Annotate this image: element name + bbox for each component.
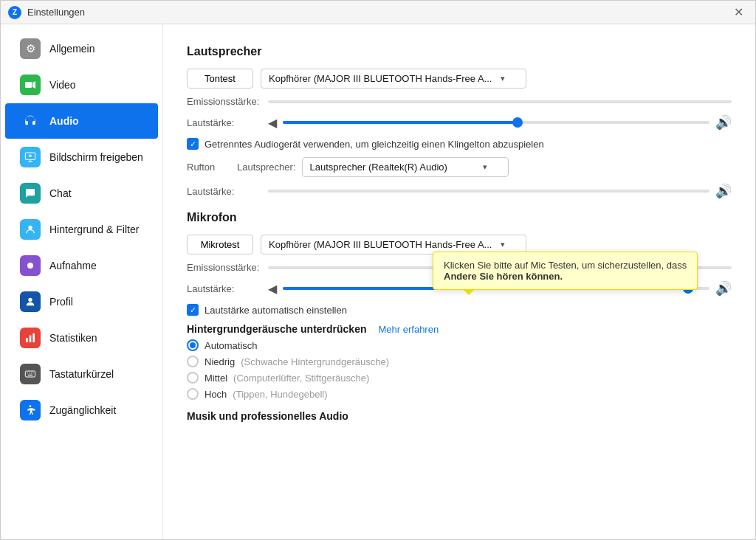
keyboard-icon	[20, 364, 41, 384]
radio-hoch-btn[interactable]	[187, 388, 199, 400]
video-icon	[20, 75, 41, 95]
radio-mittel-sublabel: (Computerlüfter, Stiftgeräusche)	[233, 373, 369, 384]
rufton-label: Rufton	[187, 162, 231, 173]
svg-rect-9	[32, 333, 35, 342]
app-icon: Z	[8, 6, 21, 19]
stats-icon	[20, 328, 41, 348]
rufton-lautstaerke-row: Lautstärke: 🔊	[187, 183, 732, 199]
lautsprecher-emission-row: Emissionsstärke:	[187, 96, 732, 107]
lautsprecher-dropdown[interactable]: Kopfhörer (MAJOR III BLUETOOTH Hands-Fre…	[261, 69, 526, 89]
tooltip-line1: Klicken Sie bitte auf Mic Testen, um sic…	[444, 260, 687, 271]
close-button[interactable]: ✕	[729, 4, 748, 21]
radio-mittel-btn[interactable]	[187, 372, 199, 384]
hintergrund-title-row: Hintergrundgeräusche unterdrücken Mehr e…	[187, 323, 732, 335]
background-icon	[20, 219, 41, 240]
auto-lautstaerke-checkbox[interactable]: ✓	[187, 304, 199, 316]
sidebar-item-audio[interactable]: Audio	[5, 103, 158, 139]
sidebar-label-hintergrund: Hintergrund & Filter	[49, 224, 139, 235]
sidebar-label-audio: Audio	[49, 115, 79, 127]
main-content: Lautsprecher Tontest Kopfhörer (MAJOR II…	[163, 24, 755, 539]
rufton-dropdown-value: Lautsprecher (Realtek(R) Audio)	[310, 162, 478, 173]
radio-automatisch-label: Automatisch	[205, 340, 258, 351]
sidebar-item-hintergrund[interactable]: Hintergrund & Filter	[5, 212, 158, 247]
settings-window: Z Einstellungen ✕ ⚙ Allgemein Video	[0, 0, 756, 540]
rufton-slider-track[interactable]	[268, 190, 709, 193]
window-title: Einstellungen	[27, 7, 85, 18]
volume-high-icon: 🔊	[715, 114, 732, 131]
svg-rect-7	[26, 338, 28, 342]
mikrofon-chevron-icon: ▾	[501, 240, 505, 249]
chat-icon	[20, 183, 41, 204]
radio-mittel-label: Mittel	[205, 373, 227, 384]
lautsprecher-slider-track[interactable]	[283, 121, 709, 124]
mikrofon-emission-label: Emissionsstärke:	[187, 262, 261, 273]
klingelton-checkbox[interactable]: ✓	[187, 138, 199, 150]
sidebar-item-chat[interactable]: Chat	[5, 176, 158, 211]
sidebar-label-profil: Profil	[49, 296, 73, 308]
sidebar-label-video: Video	[49, 79, 76, 91]
mehr-erfahren-link[interactable]: Mehr erfahren	[379, 324, 439, 335]
svg-point-5	[27, 263, 33, 269]
sidebar-label-allgemein: Allgemein	[49, 43, 94, 55]
lautsprecher-lautstaerke-row: Lautstärke: ◀ 🔊	[187, 114, 732, 131]
sidebar-label-chat: Chat	[49, 187, 72, 199]
sidebar-item-aufnahme[interactable]: Aufnahme	[5, 248, 158, 283]
rufton-lautsprecher-label: Lautsprecher:	[237, 162, 296, 173]
sidebar-item-statistiken[interactable]: Statistiken	[5, 320, 158, 356]
mikrofon-lautstaerke-label: Lautstärke:	[187, 283, 261, 294]
volume-low-icon: ◀	[268, 116, 277, 130]
svg-marker-3	[28, 154, 32, 156]
svg-rect-8	[30, 336, 32, 342]
mikrofon-volume-high-icon: 🔊	[715, 280, 732, 297]
svg-marker-1	[32, 81, 35, 89]
sidebar-item-allgemein[interactable]: ⚙ Allgemein	[5, 31, 158, 66]
mikrotest-button[interactable]: Mikrotest	[187, 235, 253, 255]
rufton-section: Rufton Lautsprecher: Lautsprecher (Realt…	[187, 157, 732, 177]
radio-automatisch[interactable]: Automatisch	[187, 339, 732, 351]
mikrofon-volume-low-icon: ◀	[268, 282, 277, 296]
rufton-slider-container: 🔊	[268, 183, 732, 199]
musik-title: Musik und professionelles Audio	[187, 410, 732, 422]
sidebar-item-profil[interactable]: Profil	[5, 284, 158, 319]
radio-hoch-label: Hoch	[205, 389, 227, 400]
lautsprecher-dropdown-value: Kopfhörer (MAJOR III BLUETOOTH Hands-Fre…	[269, 73, 496, 84]
sidebar-label-tastaturkuerzel: Tastaturkürzel	[49, 368, 114, 380]
svg-rect-0	[25, 82, 32, 88]
rufton-lautstaerke-label: Lautstärke:	[187, 186, 261, 197]
sidebar-item-bildschirm[interactable]: Bildschirm freigeben	[5, 139, 158, 175]
lautsprecher-lautstaerke-label: Lautstärke:	[187, 117, 261, 128]
lautsprecher-slider-fill	[283, 121, 518, 124]
radio-automatisch-btn[interactable]	[187, 339, 199, 351]
sidebar: ⚙ Allgemein Video Audio	[1, 24, 163, 539]
mikrofon-dropdown-value: Kopfhörer (MAJOR III BLUETOOTH Hands-Fre…	[269, 239, 496, 250]
sidebar-item-tastaturkuerzel[interactable]: Tastaturkürzel	[5, 356, 158, 392]
sidebar-label-zugaenglichkeit: Zugänglichkeit	[49, 404, 116, 416]
chevron-down-icon: ▾	[501, 74, 505, 83]
svg-point-6	[28, 298, 32, 302]
headphones-icon	[20, 111, 41, 131]
lautsprecher-slider-container: ◀ 🔊	[268, 114, 732, 131]
radio-niedrig[interactable]: Niedrig (Schwache Hintergrundgeräusche)	[187, 356, 732, 367]
radio-hoch-sublabel: (Tippen, Hundegebell)	[233, 389, 327, 400]
sidebar-item-zugaenglichkeit[interactable]: Zugänglichkeit	[5, 392, 158, 428]
rufton-dropdown[interactable]: Lautsprecher (Realtek(R) Audio) ▾	[302, 157, 509, 177]
titlebar-left: Z Einstellungen	[8, 6, 85, 19]
accessibility-icon	[20, 400, 41, 420]
sidebar-item-video[interactable]: Video	[5, 67, 158, 103]
hintergrund-title: Hintergrundgeräusche unterdrücken	[187, 323, 367, 335]
radio-hoch[interactable]: Hoch (Tippen, Hundegebell)	[187, 388, 732, 400]
radio-niedrig-sublabel: (Schwache Hintergrundgeräusche)	[241, 356, 389, 367]
tontest-row: Tontest Kopfhörer (MAJOR III BLUETOOTH H…	[187, 69, 732, 89]
profile-icon	[20, 291, 41, 312]
klingelton-checkbox-row[interactable]: ✓ Getrenntes Audiogerät verwenden, um gl…	[187, 138, 732, 150]
auto-lautstaerke-row[interactable]: ✓ Lautstärke automatisch einstellen	[187, 304, 732, 316]
tooltip-line2: Andere Sie hören können.	[444, 271, 687, 282]
radio-mittel[interactable]: Mittel (Computerlüfter, Stiftgeräusche)	[187, 372, 732, 384]
radio-niedrig-btn[interactable]	[187, 356, 199, 367]
record-icon	[20, 255, 41, 276]
mikrofon-title: Mikrofon	[187, 211, 732, 224]
sidebar-label-bildschirm: Bildschirm freigeben	[49, 151, 143, 163]
rufton-volume-icon: 🔊	[715, 183, 732, 199]
tontest-button[interactable]: Tontest	[187, 69, 253, 89]
lautsprecher-slider-thumb[interactable]	[512, 117, 523, 128]
